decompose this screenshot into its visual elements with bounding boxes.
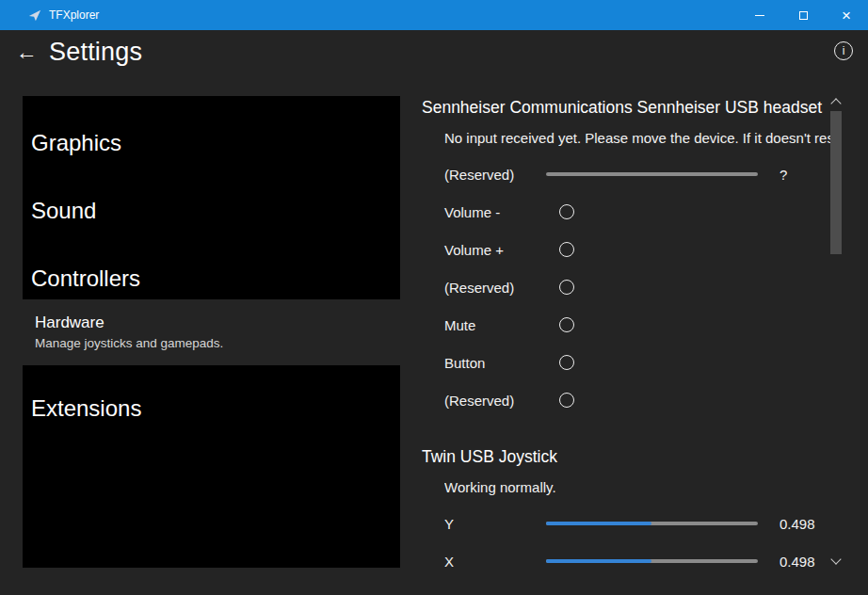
control-label: (Reserved) xyxy=(444,167,546,183)
control-row: (Reserved) ? xyxy=(444,155,830,193)
button-state-indicator xyxy=(559,204,574,219)
control-label: Mute xyxy=(444,317,557,333)
device-section: Sennheiser Communications Sennheiser USB… xyxy=(422,96,830,419)
control-label: Volume - xyxy=(444,204,557,220)
axis-slider-fill xyxy=(546,522,651,525)
control-value: ? xyxy=(780,167,830,183)
device-section: Twin USB Joystick Working normally. Y 0.… xyxy=(422,445,830,580)
control-value: 0.498 xyxy=(780,516,830,532)
settings-category-list: Graphics Sound Controllers Hardware Mana… xyxy=(23,96,400,568)
button-state-indicator xyxy=(559,317,574,332)
control-row: X 0.498 xyxy=(444,542,830,580)
window-title: TFXplorer xyxy=(49,8,99,22)
category-group: Graphics Sound Controllers xyxy=(23,96,400,299)
button-state-indicator xyxy=(559,393,574,408)
control-row: (Reserved) xyxy=(444,268,830,306)
control-label: Y xyxy=(444,516,546,532)
close-button[interactable]: × xyxy=(825,0,868,30)
device-status: No input received yet. Please move the d… xyxy=(444,129,830,148)
button-state-indicator xyxy=(559,280,574,295)
control-row: Volume - xyxy=(444,193,830,231)
button-state-indicator xyxy=(559,355,574,370)
control-label: X xyxy=(444,554,546,570)
scrollbar-thumb[interactable] xyxy=(830,111,842,254)
minimize-icon xyxy=(755,15,764,16)
sidebar-item-hardware[interactable]: Hardware Manage joysticks and gamepads. xyxy=(23,299,400,365)
sidebar-item-description: Manage joysticks and gamepads. xyxy=(35,335,392,352)
device-name: Twin USB Joystick xyxy=(422,445,830,469)
axis-slider-track xyxy=(546,522,758,525)
axis-slider-track xyxy=(546,559,758,563)
control-label: (Reserved) xyxy=(444,280,557,296)
control-label: Volume + xyxy=(444,242,557,258)
scroll-down-icon[interactable] xyxy=(830,554,841,564)
control-row: Y 0.498 xyxy=(444,505,830,542)
page-title: Settings xyxy=(49,38,142,67)
control-label: Button xyxy=(444,355,557,371)
sidebar-item-controllers[interactable]: Controllers xyxy=(23,245,400,299)
maximize-button[interactable] xyxy=(781,0,825,30)
titlebar: TFXplorer × xyxy=(0,0,868,30)
app-window: TFXplorer × ← Settings i Graphics Sound … xyxy=(0,0,868,595)
axis-slider-fill xyxy=(546,559,651,563)
minimize-button[interactable] xyxy=(738,0,781,30)
button-state-indicator xyxy=(559,242,574,257)
close-icon: × xyxy=(842,8,851,24)
control-row: Mute xyxy=(444,306,830,344)
back-button[interactable]: ← xyxy=(12,38,40,66)
scroll-up-icon[interactable] xyxy=(830,98,841,108)
sidebar-item-graphics[interactable]: Graphics xyxy=(23,109,400,177)
sidebar-item-label: Hardware xyxy=(35,313,392,333)
vertical-scrollbar[interactable] xyxy=(828,96,844,567)
control-row: (Reserved) xyxy=(444,381,830,419)
category-group: Extensions xyxy=(23,365,400,568)
control-row: Button xyxy=(444,344,830,381)
control-row: Volume + xyxy=(444,231,830,268)
device-name: Sennheiser Communications Sennheiser USB… xyxy=(422,96,830,120)
maximize-icon xyxy=(799,11,808,20)
sidebar-item-sound[interactable]: Sound xyxy=(23,177,400,245)
caption-buttons: × xyxy=(738,0,868,30)
info-button[interactable]: i xyxy=(833,40,854,61)
control-value: 0.498 xyxy=(780,554,830,570)
axis-slider-track xyxy=(546,172,758,176)
control-label: (Reserved) xyxy=(444,393,557,409)
hardware-device-panel: Sennheiser Communications Sennheiser USB… xyxy=(422,96,830,580)
device-status: Working normally. xyxy=(444,478,830,497)
app-icon xyxy=(28,8,41,22)
sidebar-item-extensions[interactable]: Extensions xyxy=(23,375,400,442)
info-icon: i xyxy=(834,41,853,60)
